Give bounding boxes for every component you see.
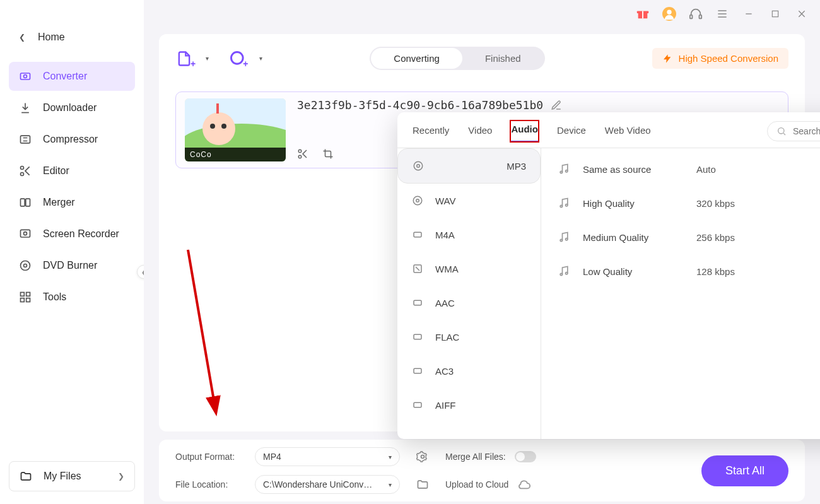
tab-finished[interactable]: Finished bbox=[462, 48, 544, 69]
nav-item-merger[interactable]: Merger bbox=[9, 188, 135, 217]
format-item-wav[interactable]: WAV bbox=[397, 184, 541, 218]
svg-point-19 bbox=[667, 10, 671, 15]
chevron-down-icon: ▾ bbox=[389, 481, 392, 488]
svg-point-40 bbox=[560, 205, 562, 207]
format-icon bbox=[411, 365, 424, 377]
nav-item-label: Downloader bbox=[43, 102, 97, 114]
svg-point-23 bbox=[231, 52, 243, 64]
open-folder-icon[interactable] bbox=[410, 478, 435, 491]
gift-icon[interactable] bbox=[636, 7, 650, 21]
format-item-aiff[interactable]: AIFF bbox=[397, 388, 541, 422]
svg-rect-17 bbox=[642, 11, 643, 18]
merger-icon bbox=[19, 196, 32, 209]
nav-item-screen-recorder[interactable]: Screen Recorder bbox=[9, 220, 135, 249]
format-tab-device[interactable]: Device bbox=[556, 121, 587, 142]
grid-icon bbox=[19, 291, 32, 303]
svg-rect-11 bbox=[21, 293, 25, 296]
my-files-button[interactable]: My Files ❯ bbox=[9, 461, 135, 491]
format-search[interactable] bbox=[767, 121, 820, 141]
nav-item-label: Merger bbox=[43, 197, 75, 208]
svg-point-29 bbox=[417, 165, 420, 168]
format-item-ac3[interactable]: AC3 bbox=[397, 354, 541, 388]
quality-item[interactable]: High Quality320 kbps bbox=[541, 186, 820, 220]
minimize-icon[interactable] bbox=[742, 7, 756, 21]
quality-item[interactable]: Medium Quality256 kbps bbox=[541, 220, 820, 254]
menu-icon[interactable] bbox=[715, 7, 729, 21]
format-tab-audio[interactable]: Audio bbox=[510, 120, 539, 143]
file-location-select[interactable]: C:\Wondershare UniConverter 1 ▾ bbox=[255, 475, 400, 494]
output-settings-icon[interactable] bbox=[410, 450, 435, 463]
close-icon[interactable] bbox=[795, 7, 809, 21]
format-item-aac[interactable]: AAC bbox=[397, 286, 541, 320]
svg-rect-20 bbox=[690, 15, 693, 19]
quality-list: Same as sourceAuto High Quality320 kbps … bbox=[541, 148, 820, 439]
nav-item-label: Screen Recorder bbox=[43, 228, 119, 240]
output-format-select[interactable]: MP4 ▾ bbox=[255, 447, 400, 466]
file-thumbnail[interactable]: CoCo bbox=[185, 98, 286, 161]
svg-point-9 bbox=[21, 261, 30, 271]
file-name: 3e213f9b-3f5d-4c90-9cb6-16a789be51b0 bbox=[297, 98, 543, 112]
upload-cloud-label: Upload to Cloud bbox=[445, 479, 508, 489]
svg-rect-0 bbox=[21, 73, 30, 79]
maximize-icon[interactable] bbox=[768, 7, 782, 21]
nav-item-downloader[interactable]: Downloader bbox=[9, 93, 135, 122]
svg-rect-14 bbox=[26, 298, 30, 302]
svg-point-39 bbox=[566, 170, 568, 172]
file-location-value: C:\Wondershare UniConverter 1 bbox=[263, 479, 377, 489]
svg-rect-13 bbox=[21, 298, 25, 302]
svg-point-41 bbox=[566, 204, 568, 206]
file-location-label: File Location: bbox=[175, 479, 245, 489]
svg-rect-2 bbox=[21, 136, 30, 143]
converter-icon bbox=[19, 70, 32, 83]
svg-point-38 bbox=[560, 171, 562, 173]
quality-item[interactable]: Same as sourceAuto bbox=[541, 152, 820, 186]
format-item-wma[interactable]: WMA bbox=[397, 252, 541, 286]
add-url-button[interactable]: + ▾ bbox=[229, 50, 262, 67]
scissors-icon bbox=[19, 165, 32, 177]
edit-name-icon[interactable] bbox=[551, 100, 562, 111]
nav-item-editor[interactable]: Editor bbox=[9, 156, 135, 185]
format-item-m4a[interactable]: M4A bbox=[397, 218, 541, 252]
high-speed-badge[interactable]: High Speed Conversion bbox=[652, 48, 788, 69]
nav-item-tools[interactable]: Tools bbox=[9, 283, 135, 312]
tab-converting[interactable]: Converting bbox=[371, 48, 462, 69]
format-item-mp3[interactable]: MP3 bbox=[397, 148, 541, 184]
cloud-icon[interactable] bbox=[517, 478, 531, 491]
format-tab-video[interactable]: Video bbox=[467, 121, 493, 142]
format-search-input[interactable] bbox=[792, 126, 820, 137]
nav-home-label: Home bbox=[38, 32, 65, 43]
svg-point-24 bbox=[298, 149, 302, 153]
chevron-down-icon: ▾ bbox=[206, 55, 209, 62]
compressor-icon bbox=[19, 133, 32, 146]
svg-rect-7 bbox=[21, 230, 30, 237]
start-all-button[interactable]: Start All bbox=[701, 455, 788, 486]
merge-toggle[interactable] bbox=[515, 451, 536, 462]
format-tab-recently[interactable]: Recently bbox=[411, 121, 450, 142]
titlebar bbox=[144, 0, 820, 28]
toolbar: + ▾ + ▾ Converting Finished bbox=[175, 47, 788, 70]
svg-point-1 bbox=[24, 75, 27, 78]
svg-point-26 bbox=[421, 455, 425, 459]
format-icon bbox=[411, 296, 424, 309]
format-tab-web-video[interactable]: Web Video bbox=[604, 121, 652, 142]
svg-point-3 bbox=[21, 167, 24, 170]
avatar-icon[interactable] bbox=[662, 7, 676, 21]
chevron-down-icon: ▾ bbox=[389, 454, 392, 460]
nav-item-label: Editor bbox=[43, 165, 69, 177]
nav-item-label: DVD Burner bbox=[43, 260, 97, 271]
nav-item-compressor[interactable]: Compressor bbox=[9, 125, 135, 154]
svg-point-25 bbox=[298, 155, 302, 158]
svg-point-30 bbox=[413, 196, 422, 205]
quality-item[interactable]: Low Quality128 kbps bbox=[541, 254, 820, 288]
trim-icon[interactable] bbox=[297, 148, 308, 160]
crop-icon[interactable] bbox=[322, 148, 334, 160]
nav-item-converter[interactable]: Converter bbox=[9, 62, 135, 91]
format-item-flac[interactable]: FLAC bbox=[397, 320, 541, 354]
nav-item-dvd-burner[interactable]: DVD Burner bbox=[9, 251, 135, 280]
status-tabs: Converting Finished bbox=[370, 47, 544, 70]
headset-icon[interactable] bbox=[689, 7, 703, 21]
music-icon bbox=[558, 163, 571, 175]
nav-home[interactable]: ❮ Home bbox=[9, 25, 135, 49]
svg-point-42 bbox=[560, 239, 562, 241]
add-file-button[interactable]: + ▾ bbox=[175, 50, 209, 67]
